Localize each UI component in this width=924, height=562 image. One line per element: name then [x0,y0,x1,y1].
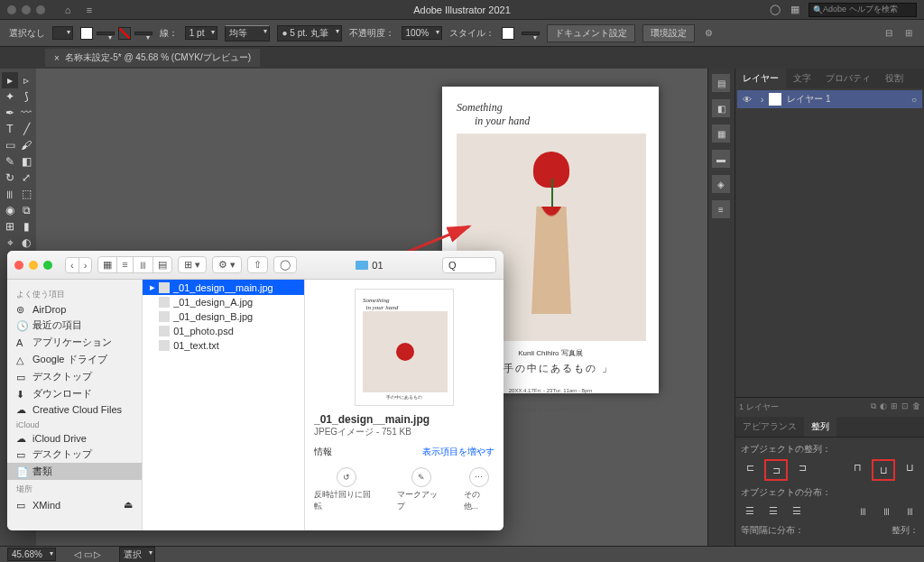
dist-top-icon[interactable]: ☰ [741,502,759,519]
share-button[interactable]: ⇧ [247,256,268,273]
artboard-nav-icon[interactable]: ◁ ▭ ▷ [74,549,102,559]
finder-window[interactable]: ‹› ▦≡⫼▤ ⊞ ▾ ⚙ ▾ ⇧ ◯ 01 Q よく使う項目 ⊚AirDrop… [7,251,504,530]
style-swatch[interactable] [502,27,514,40]
gradient-tool[interactable]: ▮ [18,218,34,235]
fill-swatch[interactable] [80,27,93,40]
lasso-tool[interactable]: ⟆ [18,88,34,105]
dock-brushes-icon[interactable]: ▬ [712,150,730,168]
sidebar-downloads[interactable]: ⬇ダウンロード [7,385,142,402]
mask-icon[interactable]: ◐ [880,401,887,413]
selection-tool[interactable]: ▸ [2,72,18,88]
perspective-tool[interactable]: ⧉ [18,202,34,218]
dock-swatches-icon[interactable]: ▦ [712,124,730,143]
shaper-tool[interactable]: ✎ [2,153,18,170]
file-row[interactable]: _01_design_B.jpg [143,309,304,324]
direct-selection-tool[interactable]: ▹ [18,72,34,88]
sidebar-gdrive[interactable]: △Google ドライブ [7,351,142,368]
file-row[interactable]: ▸ _01_design__main.jpg [143,280,304,295]
more-action[interactable]: ⋯その他... [464,467,494,512]
file-row[interactable]: 01_text.txt [143,338,304,353]
opacity-value[interactable]: 100% [402,26,443,40]
dist-bottom-icon[interactable]: ☰ [788,502,806,519]
align-hcenter-icon[interactable]: ⊐ [767,462,785,478]
tab-align[interactable]: 整列 [804,417,836,437]
curvature-tool[interactable]: 〰 [18,105,34,121]
help-search[interactable]: 🔍 Adobe ヘルプを検索 [808,3,917,17]
dock-stroke-icon[interactable]: ≡ [712,200,730,218]
workspace-icon[interactable]: ▦ [789,4,801,16]
sidebar-apps[interactable]: Aアプリケーション [7,334,142,351]
dock-properties-icon[interactable]: ▤ [712,74,730,92]
stroke-dropdown[interactable] [134,32,152,35]
fill-dropdown[interactable] [97,32,115,35]
delete-layer-icon[interactable]: 🗑 [912,401,920,413]
new-layer-icon[interactable]: ⊡ [901,401,909,413]
stroke-weight[interactable]: 1 pt [185,26,218,40]
sidebar-desktop-2[interactable]: ▭デスクトップ [7,446,142,463]
tags-button[interactable]: ◯ [273,256,297,273]
sidebar-ccfiles[interactable]: ☁Creative Cloud Files [7,402,142,417]
stroke-profile[interactable]: 均等 [225,25,270,41]
file-row[interactable]: _01_design_A.jpg [143,295,304,309]
close-icon[interactable] [7,5,16,14]
align-icon[interactable]: ⊟ [882,27,895,40]
pen-tool[interactable]: ✒ [2,105,18,121]
tab-roles[interactable]: 役割 [878,69,910,88]
zoom-level[interactable]: 45.68% [7,548,56,561]
style-dropdown[interactable] [522,32,540,35]
expand-icon[interactable]: › [761,95,763,105]
stroke-swatch[interactable] [118,27,131,40]
maximize-icon[interactable] [36,5,45,14]
doc-settings-button[interactable]: ドキュメント設定 [547,24,635,42]
preview-show-more[interactable]: 表示項目を増やす [422,446,494,458]
selection-info[interactable]: 選択 [119,547,155,563]
shape-builder-tool[interactable]: ◉ [2,202,18,218]
free-transform-tool[interactable]: ⬚ [18,186,34,202]
finder-search[interactable]: Q [442,257,496,273]
brush-def[interactable]: ● 5 pt. 丸筆 [277,25,341,41]
eyedropper-tool[interactable]: ⌖ [2,235,18,251]
sidebar-documents[interactable]: 📄書類 [7,463,142,480]
magic-wand-tool[interactable]: ✦ [2,88,18,105]
align-right-icon[interactable]: ⊐ [793,459,811,475]
view-buttons[interactable]: ▦≡⫼▤ [97,256,171,273]
scale-tool[interactable]: ⤢ [18,170,34,186]
selection-dropdown[interactable] [52,26,73,40]
rotate-action[interactable]: ↺反時計回りに回転 [314,467,379,512]
sidebar-recents[interactable]: 🕓最近の項目 [7,317,142,334]
sidebar-xmind[interactable]: ▭XMind⏏ [7,497,142,512]
tab-appearance[interactable]: アピアランス [735,417,804,437]
align-vcenter-icon[interactable]: ⊔ [874,462,892,478]
tab-layers[interactable]: レイヤー [735,69,786,88]
visibility-icon[interactable]: 👁 [743,95,755,105]
dist-right-icon[interactable]: ⫼ [901,502,919,519]
rectangle-tool[interactable]: ▭ [2,137,18,153]
user-icon[interactable]: ◯ [769,4,781,16]
width-tool[interactable]: ⫼ [2,186,18,202]
align2-icon[interactable]: ⊞ [902,27,915,40]
brush-tool[interactable]: 🖌 [18,137,34,153]
eraser-tool[interactable]: ◧ [18,153,34,170]
target-icon[interactable]: ○ [911,95,917,105]
document-tab[interactable]: × 名称未設定-5* @ 45.68 % (CMYK/プレビュー) [45,49,260,67]
sidebar-desktop[interactable]: ▭デスクトップ [7,368,142,385]
home-icon[interactable]: ⌂ [61,4,74,16]
type-tool[interactable]: T [2,121,18,137]
action-button[interactable]: ⚙ ▾ [212,256,242,273]
nav-buttons[interactable]: ‹› [65,257,92,273]
line-tool[interactable]: ╱ [18,121,34,137]
locate-icon[interactable]: ⧉ [871,401,876,413]
tab-properties[interactable]: プロパティ [818,69,878,88]
prefs-icon[interactable]: ⚙ [702,27,715,40]
blend-tool[interactable]: ◐ [18,235,34,251]
align-top-icon[interactable]: ⊓ [848,459,866,475]
tab-type[interactable]: 文字 [786,69,818,88]
layer-row[interactable]: 👁 › レイヤー 1 ○ [737,90,922,108]
close-tab-icon[interactable]: × [54,53,60,63]
prefs-button[interactable]: 環境設定 [642,24,695,42]
align-bottom-icon[interactable]: ⊔ [901,459,919,475]
dock-color-icon[interactable]: ◧ [712,99,730,117]
align-left-icon[interactable]: ⊏ [741,459,759,475]
layer-name[interactable]: レイヤー 1 [787,93,830,106]
menu-icon[interactable]: ≡ [83,4,96,16]
